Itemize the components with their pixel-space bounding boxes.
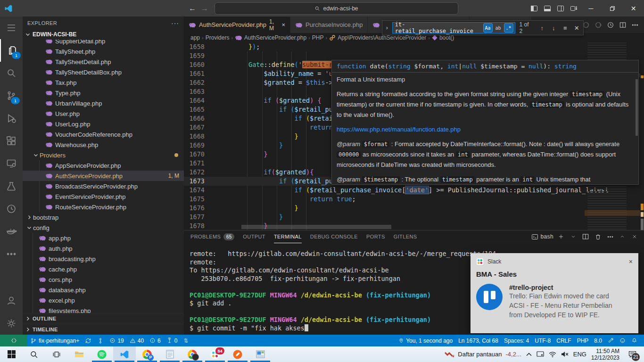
nav-forward-icon[interactable]: → — [198, 2, 211, 15]
status-notifications[interactable] — [628, 335, 640, 346]
taskbar-pen-app[interactable] — [226, 346, 249, 362]
tree-item-Type.php[interactable]: Type.php — [23, 88, 184, 98]
tray-expand-icon[interactable] — [526, 353, 532, 356]
explorer-more-icon[interactable]: ··· — [171, 19, 179, 27]
toggle-sidebar-icon[interactable] — [528, 2, 541, 15]
toast-close-icon[interactable]: × — [629, 258, 633, 265]
taskbar-slack[interactable]: 84 — [204, 346, 226, 362]
status-encoding[interactable]: UTF-8 — [532, 335, 553, 346]
panel-tab-terminal[interactable]: TERMINAL — [274, 230, 302, 243]
tree-item-AppServiceProvider.php[interactable]: AppServiceProvider.php — [23, 160, 184, 171]
wifi-icon[interactable] — [549, 352, 556, 357]
taskbar-win-search[interactable] — [23, 346, 45, 362]
find-in-selection-icon[interactable]: ≡ — [561, 23, 570, 33]
panel-tab-debug-console[interactable]: DEBUG CONSOLE — [310, 230, 358, 243]
status-eol[interactable]: CRLF — [553, 335, 574, 346]
whole-word-toggle[interactable]: ab — [494, 24, 503, 32]
minimize-button[interactable]: ─ — [580, 0, 602, 16]
tree-item-SupplierDetail.php[interactable]: SupplierDetail.php — [23, 40, 184, 46]
tree-item-UrbanVillage.php[interactable]: UrbanVillage.php — [23, 98, 184, 108]
tree-item-bootstrap[interactable]: bootstrap — [23, 212, 184, 222]
tree-item-auth.php[interactable]: auth.php — [23, 243, 184, 254]
tree-item-RouteServiceProvider.php[interactable]: RouteServiceProvider.php — [23, 202, 184, 212]
activity-files[interactable]: 1 — [0, 39, 24, 62]
panel-tab-problems[interactable]: PROBLEMS65 — [190, 230, 234, 243]
taskbar-vscode[interactable] — [113, 346, 136, 362]
news-widget[interactable]: Daftar pantauan -4,2... — [445, 351, 521, 358]
tree-item-EventServiceProvider.php[interactable]: EventServiceProvider.php — [23, 191, 184, 202]
status-warnings[interactable]: 40 — [127, 335, 147, 346]
maximize-panel-button[interactable] — [618, 232, 627, 241]
panel-tab-ports[interactable]: PORTS — [366, 230, 385, 243]
tree-item-AuthServiceProvider.php[interactable]: AuthServiceProvider.php1, M — [23, 171, 184, 181]
more-actions[interactable] — [630, 20, 640, 30]
nav-dim-right[interactable] — [593, 20, 603, 30]
tab-close-icon[interactable]: × — [281, 21, 285, 28]
toggle-secondary-sidebar-icon[interactable] — [554, 2, 567, 15]
toggle-panel-icon[interactable] — [541, 2, 554, 15]
taskbar-start[interactable] — [0, 346, 23, 362]
breadcrumb-item[interactable]: Providers — [206, 34, 230, 41]
clock[interactable]: 11:50 AM 12/12/2023 — [591, 348, 619, 361]
customize-layout-icon[interactable] — [567, 2, 580, 15]
tree-item-TallySheetDetail.php[interactable]: TallySheetDetail.php — [23, 57, 184, 67]
taskbar-spotify[interactable] — [91, 346, 113, 362]
breadcrumb-item[interactable]: boot() — [432, 34, 454, 41]
tree-item-excel.php[interactable]: excel.php — [23, 295, 184, 305]
hover-doc-link[interactable]: https://www.php.net/manual/function.date… — [337, 124, 634, 134]
code-line-1658[interactable]: 1658 }); — [184, 42, 644, 51]
panel-more-actions[interactable] — [605, 232, 615, 241]
activity-source-control[interactable]: 1 — [0, 84, 23, 107]
breadcrumb-item[interactable]: app — [190, 34, 200, 41]
activity-docker-whale[interactable] — [0, 220, 23, 243]
tree-item-filesystems.php[interactable]: filesystems.php — [23, 305, 184, 313]
status-tools[interactable] — [605, 335, 617, 346]
activity-menu[interactable] — [0, 16, 23, 39]
taskbar-task-view[interactable] — [45, 346, 68, 362]
taskbar-chrome-p[interactable]: P — [136, 346, 158, 362]
language-indicator[interactable]: ENG — [573, 351, 586, 358]
find-expand-icon[interactable]: › — [384, 25, 390, 31]
activity-history-clock[interactable] — [0, 197, 23, 220]
match-case-toggle[interactable]: Aa — [483, 23, 493, 33]
status-sync[interactable] — [82, 335, 94, 346]
notification-center[interactable]: 21 — [624, 346, 640, 362]
kill-terminal-button[interactable] — [593, 232, 603, 241]
status-errors[interactable]: 19 — [107, 335, 126, 346]
code-line-1659[interactable]: 1659 — [184, 51, 644, 60]
tree-item-TallySheetDetailBox.php[interactable]: TallySheetDetailBox.php — [23, 67, 184, 77]
volume-muted-icon[interactable] — [561, 351, 569, 357]
activity-extensions[interactable] — [0, 130, 23, 152]
panel-tab-output[interactable]: OUTPUT — [243, 230, 265, 243]
status-infos[interactable]: 6 — [147, 335, 164, 346]
status-cursor-position[interactable]: Ln 1673, Col 68 — [455, 335, 501, 346]
breadcrumb-item[interactable]: PHP — [312, 34, 324, 41]
tab-AuthServiceProvider.php[interactable]: AuthServiceProvider.php1, M× — [184, 16, 290, 33]
tree-item-cors.php[interactable]: cors.php — [23, 274, 184, 285]
timeline-button[interactable] — [605, 20, 616, 30]
find-input[interactable]: it-retail_purchase_invoice Aa ab .* — [392, 22, 515, 33]
split-editor-button[interactable] — [618, 20, 628, 30]
taskbar-chrome-dark[interactable] — [181, 346, 204, 362]
status-compare[interactable] — [180, 335, 192, 346]
taskbar-notepad[interactable] — [158, 346, 181, 362]
activity-test-flask[interactable] — [0, 175, 23, 197]
panel-tab-gitlens[interactable]: GITLENS — [394, 230, 417, 243]
activity-account[interactable] — [0, 289, 23, 312]
activity-run-debug[interactable] — [0, 107, 23, 130]
find-next-icon[interactable]: ↓ — [549, 23, 558, 33]
breadcrumb-item[interactable]: AuthServiceProvider.php — [235, 34, 306, 41]
tree-item-config[interactable]: config — [23, 222, 184, 233]
timeline-section[interactable]: TIMELINE — [23, 324, 184, 335]
outline-section[interactable]: OUTLINE — [23, 313, 184, 324]
terminal-dropdown[interactable] — [569, 232, 578, 241]
status-blame[interactable]: You, 1 second ago — [396, 335, 455, 346]
tree-item-Providers[interactable]: Providers — [23, 150, 184, 160]
activity-ellipsis[interactable] — [0, 243, 23, 265]
tab-PurchaseInvoice.php[interactable]: PurchaseInvoice.php — [290, 16, 368, 33]
tree-item-VoucherCodeReference.php[interactable]: VoucherCodeReference.php — [23, 129, 184, 140]
find-previous-icon[interactable]: ↑ — [537, 23, 547, 33]
code-line-1676[interactable]: 1676 } — [184, 204, 644, 213]
new-terminal-button[interactable] — [556, 232, 566, 241]
tree-item-TallySheet.php[interactable]: TallySheet.php — [23, 46, 184, 57]
